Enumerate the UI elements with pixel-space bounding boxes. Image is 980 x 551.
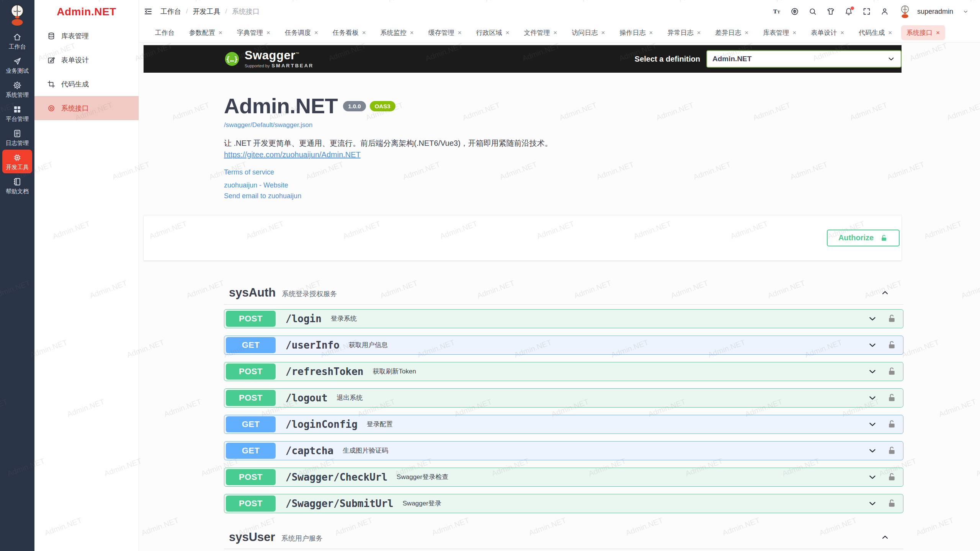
tab-close-icon[interactable]: × (888, 29, 892, 36)
tab-close-icon[interactable]: × (266, 29, 270, 36)
api-operation-row[interactable]: POST /logout 退出系统 (224, 388, 903, 408)
rail-item-dev-tools[interactable]: 开发工具 (2, 150, 32, 173)
tab-表单设计[interactable]: 表单设计 × (805, 25, 849, 40)
tab-close-icon[interactable]: × (219, 29, 222, 36)
breadcrumb-item[interactable]: 工作台 (160, 7, 181, 16)
collapse-menu-icon[interactable] (144, 7, 153, 16)
api-operation-row[interactable]: GET /loginConfig 登录配置 (224, 415, 903, 434)
rail-item-log-manage[interactable]: 日志管理 (2, 126, 32, 149)
expand-operation-icon[interactable] (867, 419, 877, 429)
tab-label: 行政区域 (476, 28, 502, 37)
font-size-icon[interactable]: TT (773, 7, 781, 16)
api-operation-row[interactable]: POST /refreshToken 获取刷新Token (224, 362, 903, 381)
repo-link[interactable]: https://gitee.com/zuohuaijun/Admin.NET (224, 150, 361, 159)
lock-icon[interactable] (887, 313, 897, 324)
api-operation-row[interactable]: POST /Swagger/CheckUrl Swagger登录检查 (224, 468, 903, 487)
breadcrumb-item[interactable]: 开发工具 (193, 7, 220, 16)
tab-工作台[interactable]: 工作台 × (150, 25, 180, 40)
tab-缓存管理[interactable]: 缓存管理 × (423, 25, 467, 40)
authorize-button[interactable]: Authorize (827, 230, 900, 246)
api-operation-row[interactable]: GET /captcha 生成图片验证码 (224, 441, 903, 460)
api-info: Admin.NET 1.0.0 OAS3 /swagger/Default/sw… (224, 73, 825, 200)
tab-操作日志[interactable]: 操作日志 × (614, 25, 658, 40)
person-icon[interactable] (880, 7, 889, 16)
language-icon[interactable] (791, 7, 799, 16)
lock-icon[interactable] (887, 445, 897, 456)
tab-close-icon[interactable]: × (601, 29, 605, 36)
tab-close-icon[interactable]: × (554, 29, 557, 36)
lock-icon[interactable] (887, 340, 897, 350)
expand-operation-icon[interactable] (867, 314, 877, 324)
tab-close-icon[interactable]: × (936, 29, 940, 36)
tab-系统接口[interactable]: 系统接口 × (901, 25, 945, 40)
tab-异常日志[interactable]: 异常日志 × (662, 25, 706, 40)
spec-json-link[interactable]: /swagger/Default/swagger.json (224, 121, 313, 129)
expand-operation-icon[interactable] (867, 472, 877, 482)
tab-close-icon[interactable]: × (697, 29, 701, 36)
api-operation-row[interactable]: POST /Swagger/SubmitUrl Swagger登录 (224, 494, 903, 513)
lock-icon[interactable] (887, 366, 897, 377)
tab-差异日志[interactable]: 差异日志 × (710, 25, 754, 40)
expand-operation-icon[interactable] (867, 367, 877, 377)
lock-icon[interactable] (887, 498, 897, 509)
tab-行政区域[interactable]: 行政区域 × (471, 25, 515, 40)
collapse-section-icon[interactable] (880, 288, 890, 297)
rail-item-platform[interactable]: 平台管理 (2, 101, 32, 125)
search-icon[interactable] (808, 7, 817, 16)
user-menu-chevron-icon[interactable] (963, 9, 969, 15)
rail-item-workbench[interactable]: 工作台 (2, 29, 32, 53)
sidebar-item-table-manage[interactable]: 库表管理 (34, 24, 139, 48)
tab-close-icon[interactable]: × (410, 29, 414, 36)
api-path: /loginConfig (286, 419, 358, 430)
api-operation-row[interactable]: POST /login 登录系统 (224, 309, 903, 328)
collapse-section-icon[interactable] (880, 533, 890, 542)
contact-email-link[interactable]: Send email to zuohuaijun (224, 192, 301, 200)
api-operation-row[interactable]: GET /userInfo 获取用户信息 (224, 336, 903, 355)
tab-close-icon[interactable]: × (745, 29, 748, 36)
sidebar-item-code-gen[interactable]: 代码生成 (34, 72, 139, 96)
tab-字典管理[interactable]: 字典管理 × (232, 25, 276, 40)
tab-close-icon[interactable]: × (458, 29, 462, 36)
tab-任务调度[interactable]: 任务调度 × (279, 25, 323, 40)
terms-link[interactable]: Terms of service (224, 168, 274, 176)
tab-库表管理[interactable]: 库表管理 × (758, 25, 802, 40)
tab-系统监控[interactable]: 系统监控 × (375, 25, 419, 40)
expand-operation-icon[interactable] (867, 446, 877, 456)
expand-operation-icon[interactable] (867, 340, 877, 350)
username[interactable]: superadmin (917, 8, 953, 16)
tab-close-icon[interactable]: × (314, 29, 318, 36)
tab-label: 系统接口 (906, 28, 933, 37)
theme-icon[interactable] (826, 7, 835, 16)
module-sidebar: Admin.NET 库表管理 表单设计 代码生成 系统接口 (34, 0, 139, 551)
tab-close-icon[interactable]: × (649, 29, 653, 36)
api-section-header-sysAuth[interactable]: sysAuth 系统登录授权服务 (224, 282, 903, 305)
contact-website-link[interactable]: zuohuaijun - Website (224, 181, 288, 189)
api-section-title: sysAuth (229, 286, 276, 300)
expand-operation-icon[interactable] (867, 499, 877, 509)
sidebar-item-form-design[interactable]: 表单设计 (34, 48, 139, 72)
tab-任务看板[interactable]: 任务看板 × (327, 25, 371, 40)
fullscreen-icon[interactable] (862, 7, 871, 16)
lock-icon[interactable] (887, 472, 897, 482)
tab-文件管理[interactable]: 文件管理 × (519, 25, 563, 40)
sidebar-item-sys-api[interactable]: 系统接口 (34, 96, 139, 120)
tab-参数配置[interactable]: 参数配置 × (184, 25, 228, 40)
lock-icon[interactable] (887, 419, 897, 429)
tab-代码生成[interactable]: 代码生成 × (853, 25, 897, 40)
tab-访问日志[interactable]: 访问日志 × (567, 25, 611, 40)
tab-close-icon[interactable]: × (506, 29, 510, 36)
definition-select[interactable]: Admin.NET (706, 50, 902, 68)
tab-close-icon[interactable]: × (792, 29, 796, 36)
rail-item-label: 开发工具 (6, 164, 29, 170)
app-logo-avatar[interactable] (7, 3, 28, 26)
bell-icon[interactable] (844, 7, 853, 16)
user-avatar[interactable] (898, 5, 911, 18)
tab-close-icon[interactable]: × (840, 29, 844, 36)
lock-icon[interactable] (887, 393, 897, 403)
expand-operation-icon[interactable] (867, 393, 877, 403)
rail-item-sys-manage[interactable]: 系统管理 (2, 77, 32, 101)
tab-close-icon[interactable]: × (362, 29, 366, 36)
api-section-header-sysUser[interactable]: sysUser 系统用户服务 (224, 526, 903, 549)
rail-item-help-docs[interactable]: 帮助文档 (2, 174, 32, 197)
rail-item-biz-test[interactable]: 业务测试 (2, 53, 32, 77)
